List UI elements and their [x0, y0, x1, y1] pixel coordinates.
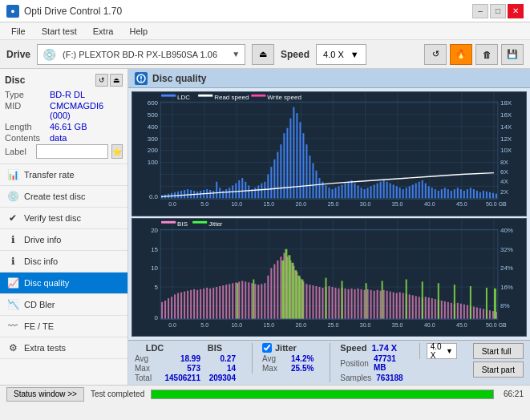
svg-rect-259	[399, 292, 401, 318]
eject-button[interactable]: ⏏	[252, 44, 274, 65]
disc-refresh-button[interactable]: ↺	[95, 74, 108, 87]
disc-label-row: Label ⭐	[5, 144, 123, 159]
speed-select-arrow: ▼	[446, 347, 453, 355]
svg-text:4X: 4X	[500, 178, 508, 185]
svg-text:LDC: LDC	[177, 95, 190, 102]
sidebar-item-extra-tests[interactable]: ⚙ Extra tests	[0, 337, 127, 359]
maximize-button[interactable]: □	[490, 4, 506, 18]
samples-label: Samples	[340, 374, 371, 382]
jitter-checkbox[interactable]	[262, 343, 272, 353]
svg-rect-198	[203, 289, 204, 319]
menu-extra[interactable]: Extra	[87, 25, 120, 38]
disc-label-icon-button[interactable]: ⭐	[111, 144, 123, 159]
svg-rect-287	[489, 310, 491, 318]
svg-rect-279	[463, 304, 465, 318]
sidebar-item-fe-te[interactable]: 〰 FE / TE	[0, 316, 127, 337]
svg-text:10.0: 10.0	[231, 202, 242, 208]
start-full-button[interactable]: Start full	[473, 343, 524, 359]
speed-selector[interactable]: 4.0 X ▼	[316, 44, 366, 65]
svg-rect-202	[216, 287, 217, 319]
start-part-button[interactable]: Start part	[473, 361, 524, 378]
svg-rect-191	[180, 292, 182, 318]
svg-text:10: 10	[151, 265, 159, 272]
svg-rect-26	[198, 95, 212, 97]
minimize-button[interactable]: –	[472, 4, 488, 18]
svg-rect-75	[305, 144, 307, 198]
menu-help[interactable]: Help	[123, 25, 154, 38]
svg-rect-253	[380, 290, 382, 318]
svg-rect-114	[431, 188, 433, 198]
svg-rect-134	[496, 194, 497, 199]
svg-rect-308	[486, 288, 488, 319]
ldc-avg-value: 18.99	[164, 354, 200, 363]
svg-rect-120	[451, 191, 452, 198]
svg-rect-301	[366, 283, 367, 318]
svg-text:18X: 18X	[500, 99, 512, 107]
start-buttons: Start full Start part	[473, 343, 524, 378]
close-button[interactable]: ✕	[508, 4, 524, 18]
svg-text:16%: 16%	[500, 284, 513, 291]
status-window-button[interactable]: Status window >>	[6, 387, 84, 402]
svg-rect-60	[257, 185, 259, 198]
svg-rect-109	[415, 184, 417, 199]
sidebar-item-create-test-disc[interactable]: 💿 Create test disc	[0, 186, 127, 208]
svg-rect-195	[193, 289, 195, 318]
svg-rect-215	[257, 285, 259, 318]
sidebar-item-disc-quality[interactable]: 📈 Disc quality	[0, 273, 127, 294]
svg-text:15.0: 15.0	[264, 202, 275, 208]
svg-rect-269	[431, 298, 433, 318]
position-value: 47731 MB	[374, 354, 403, 372]
svg-rect-111	[422, 180, 423, 198]
svg-rect-303	[406, 279, 407, 318]
svg-rect-282	[473, 306, 475, 318]
ldc-column-header: LDC	[135, 343, 175, 353]
svg-rect-59	[254, 188, 256, 198]
sidebar-item-cd-bler[interactable]: 📉 CD Bler	[0, 294, 127, 316]
svg-rect-116	[438, 191, 439, 198]
svg-rect-87	[345, 184, 346, 199]
svg-rect-283	[476, 307, 478, 318]
disc-eject-button[interactable]: ⏏	[110, 74, 123, 87]
burn-button[interactable]: 🔥	[450, 44, 472, 65]
save-button[interactable]: 💾	[501, 44, 524, 65]
svg-rect-126	[470, 188, 471, 198]
svg-rect-132	[489, 192, 491, 198]
svg-text:5.0: 5.0	[200, 322, 208, 328]
disc-type-row: Type BD-R DL	[5, 90, 123, 99]
disc-info-icon: ℹ	[6, 255, 19, 268]
svg-text:35.0: 35.0	[392, 202, 403, 208]
disc-label-input[interactable]	[36, 144, 108, 159]
svg-rect-105	[403, 189, 404, 198]
svg-text:6X: 6X	[500, 169, 508, 176]
svg-rect-41	[196, 192, 198, 198]
svg-rect-218	[267, 275, 269, 318]
drivebar: Drive 💿 (F:) PLEXTOR BD-R PX-LB950SA 1.0…	[0, 40, 530, 69]
svg-rect-197	[200, 289, 201, 318]
svg-rect-284	[479, 308, 481, 318]
sidebar-item-transfer-rate[interactable]: 📊 Transfer rate	[0, 164, 127, 186]
svg-rect-306	[454, 285, 455, 318]
disc-label-label: Label	[5, 147, 33, 156]
sidebar-item-label: Disc quality	[24, 278, 69, 288]
svg-rect-129	[479, 192, 481, 198]
menu-start-test[interactable]: Start test	[35, 25, 83, 38]
svg-rect-83	[332, 189, 334, 198]
svg-rect-123	[460, 189, 462, 198]
sidebar-item-disc-info[interactable]: ℹ Disc info	[0, 251, 127, 273]
menu-file[interactable]: File	[5, 25, 32, 38]
svg-text:5.0: 5.0	[200, 202, 208, 208]
refresh-button[interactable]: ↺	[424, 44, 447, 65]
jitter-label: Jitter	[275, 343, 297, 353]
svg-text:15.0: 15.0	[264, 322, 275, 328]
svg-rect-108	[412, 184, 414, 198]
svg-text:20.0: 20.0	[296, 202, 307, 208]
svg-rect-185	[161, 302, 163, 319]
jitter-section: Jitter Avg 14.2% Max 25.5%	[252, 343, 314, 374]
svg-rect-54	[238, 180, 240, 198]
svg-rect-233	[315, 286, 317, 319]
erase-button[interactable]: 🗑	[475, 44, 498, 65]
sidebar-item-verify-test-disc[interactable]: ✔ Verify test disc	[0, 208, 127, 229]
drive-selector[interactable]: 💿 (F:) PLEXTOR BD-R PX-LB950SA 1.06 ▼	[37, 44, 245, 65]
svg-text:30.0: 30.0	[360, 202, 371, 208]
sidebar-item-drive-info[interactable]: ℹ Drive info	[0, 229, 127, 251]
